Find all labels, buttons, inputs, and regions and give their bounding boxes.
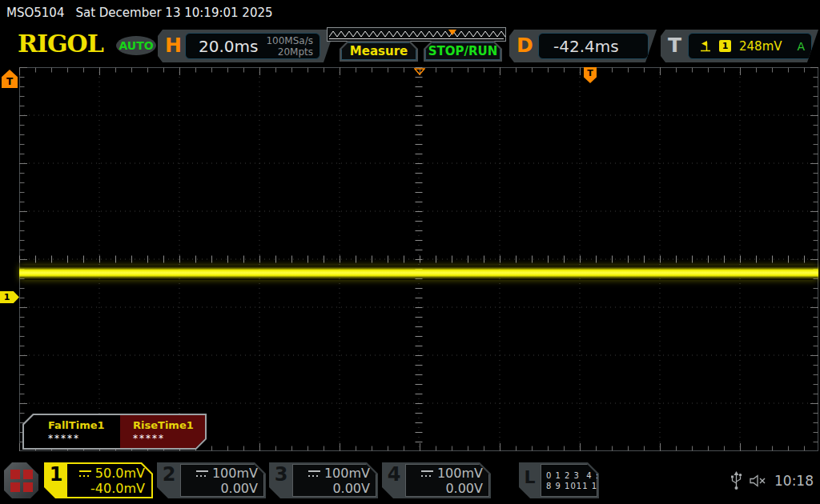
measurement-value: ***** [48, 433, 120, 444]
memory-depth: 20Mpts [278, 46, 313, 58]
channel-values: 100mV 0.00V [292, 464, 376, 497]
trigger-level-marker[interactable]: T [2, 70, 18, 88]
trigger-sweep-mode: A [797, 40, 805, 53]
horizontal-values: 20.0ms 100MSa/s 20Mpts [185, 33, 320, 59]
channel-offset: 0.00V [332, 481, 370, 496]
oscilloscope-screen: MSO5104 Sat December 13 10:19:01 2025 RI… [0, 0, 820, 504]
channel-scale: 100mV [212, 466, 258, 481]
channel-scale: 50.0mV [95, 466, 145, 481]
header-bar: RIGOL AUTO H 20.0ms 100MSa/s 20Mpts Meas… [0, 24, 820, 64]
channel-scale: 100mV [437, 466, 483, 481]
measure-button-label: Measure [341, 42, 416, 60]
channel-tab-3[interactable]: 3 100mV 0.00V [269, 462, 378, 498]
delay-panel[interactable]: D -42.4ms [509, 30, 657, 62]
speaker-mute-icon [750, 474, 767, 487]
delay-reference-icon [414, 68, 425, 75]
channel-offset: 0.00V [445, 481, 483, 496]
clock-label: 10:18 [774, 473, 814, 489]
measurement-box-inner: FallTime1 ***** RiseTime1 ***** [24, 415, 205, 448]
dc-coupling-icon [421, 470, 433, 477]
channel-offset: -40.0mV [90, 481, 145, 496]
channel-values: 50.0mV -40.0mV [67, 464, 151, 497]
measurement-item-risetime[interactable]: RiseTime1 ***** [120, 415, 205, 448]
measurement-name: FallTime1 [48, 419, 120, 431]
acquisition-info: 100MSa/s 20Mpts [266, 35, 313, 58]
model-label: MSO5104 [6, 6, 64, 20]
trigger-label: T [668, 34, 681, 57]
menu-grid-icon [10, 470, 33, 492]
stop-run-button-label: STOP/RUN [425, 42, 500, 60]
usb-icon [730, 471, 742, 490]
waveform-preview-graphic [327, 27, 506, 42]
channel-scale: 100mV [324, 466, 370, 481]
graticule-grid [19, 67, 818, 451]
channel-tab-2[interactable]: 2 100mV 0.00V [157, 462, 266, 498]
channel-tab-4[interactable]: 4 100mV 0.00V [382, 462, 491, 498]
horizontal-panel[interactable]: H 20.0ms 100MSa/s 20Mpts [158, 30, 335, 62]
logic-row-1: 0 1 2 3 4 5 6 7 [546, 470, 597, 481]
measurement-box: FallTime1 ***** RiseTime1 ***** [22, 414, 207, 450]
measurement-value: ***** [133, 433, 205, 444]
trigger-values: 1 248mV A [688, 33, 812, 59]
channel1-position-marker[interactable]: 1 [0, 291, 19, 303]
timebase-value: 20.0ms [199, 37, 258, 56]
trigger-status-badge: AUTO [116, 36, 156, 55]
rigol-logo: RIGOL [18, 30, 103, 58]
graticule: T T 1 FallTime1 ***** RiseTime1 ***** [19, 67, 818, 451]
measurement-name: RiseTime1 [133, 419, 205, 431]
dc-coupling-icon [79, 470, 91, 477]
datetime-label: Sat December 13 10:19:01 2025 [75, 6, 272, 20]
measurement-item-falltime[interactable]: FallTime1 ***** [24, 415, 120, 448]
logic-row-2: 8 9 1011 12131415 [546, 481, 597, 491]
channel-values: 100mV 0.00V [405, 464, 489, 497]
menu-button[interactable] [4, 462, 38, 498]
trigger-source-badge: 1 [719, 40, 731, 52]
delay-label: D [517, 34, 533, 57]
channel-number: 3 [269, 462, 293, 486]
dc-coupling-icon [196, 470, 208, 477]
horizontal-label: H [165, 34, 182, 57]
channel-offset: 0.00V [220, 481, 258, 496]
logic-label: L [519, 467, 541, 487]
measure-button[interactable]: Measure [340, 41, 418, 62]
delay-values: -42.4ms [538, 33, 649, 59]
channel-number: 2 [157, 462, 181, 486]
trigger-panel[interactable]: T 1 248mV A [661, 30, 818, 62]
trigger-level-value: 248mV [739, 39, 782, 54]
channel-values: 100mV 0.00V [180, 464, 264, 497]
channel-tab-1[interactable]: 1 50.0mV -40.0mV [44, 462, 153, 498]
delay-value: -42.4ms [553, 37, 619, 56]
waveform-preview[interactable] [327, 27, 506, 42]
logic-channel-list: 0 1 2 3 4 5 6 7 8 9 1011 12131415 [541, 464, 597, 497]
sample-rate: 100MSa/s [266, 35, 313, 46]
channel-number: 4 [382, 462, 406, 486]
stop-run-button[interactable]: STOP/RUN [424, 41, 502, 62]
logic-channels-tab[interactable]: L 0 1 2 3 4 5 6 7 8 9 1011 12131415 [519, 462, 599, 498]
dc-coupling-icon [308, 470, 320, 477]
status-icons: 10:18 [730, 462, 814, 498]
channel-number: 1 [44, 462, 68, 486]
edge-trigger-icon [700, 40, 711, 53]
top-status-bar: MSO5104 Sat December 13 10:19:01 2025 [6, 3, 273, 22]
channel1-trace [19, 266, 818, 280]
bottom-channel-bar: 1 50.0mV -40.0mV 2 100mV 0.00V 3 [0, 460, 820, 504]
